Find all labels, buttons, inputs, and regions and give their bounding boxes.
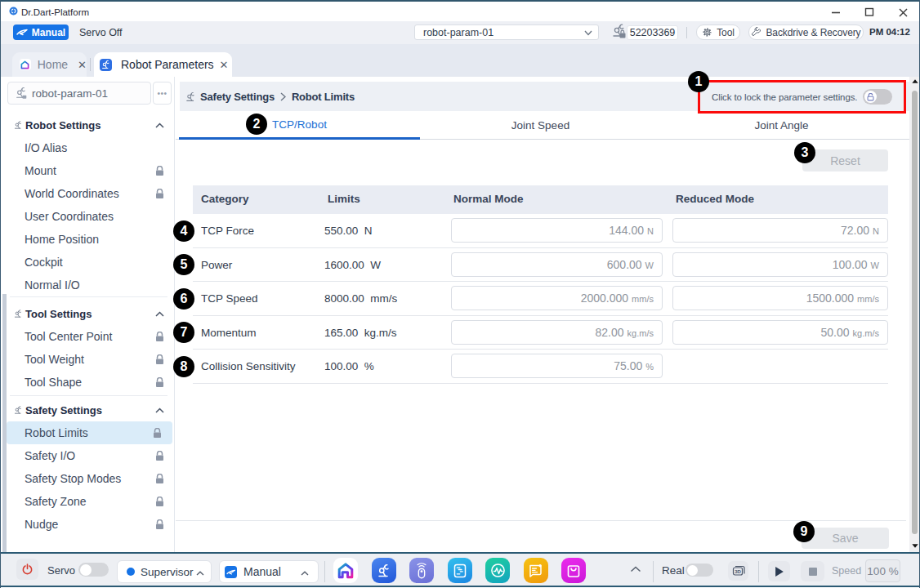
svg-text:3D: 3D xyxy=(735,569,741,574)
